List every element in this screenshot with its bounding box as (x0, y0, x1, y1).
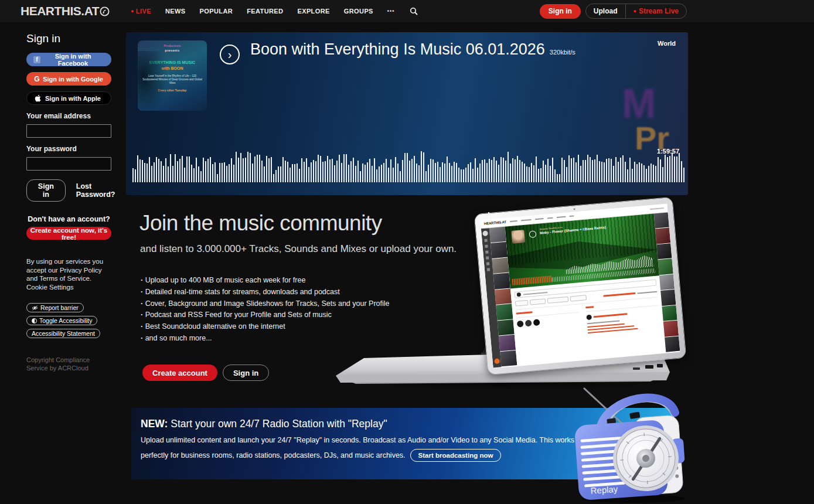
track-artwork[interactable]: Productions presents EVERYTHING IS MUSIC… (138, 40, 207, 111)
no-account-text: Don't have an account? (26, 215, 111, 223)
nav-item-live[interactable]: LIVE (124, 8, 158, 15)
laptop-screen: HEARTHIS.AT (474, 197, 687, 376)
waveform[interactable] (132, 151, 687, 182)
nav-item-popular[interactable]: POPULAR (193, 8, 240, 15)
navbar-right-actions: Sign in Upload Stream Live (540, 4, 687, 19)
track-title[interactable]: Boon with Everything Is Music 06.01.2026 (250, 40, 545, 59)
signin-apple-button[interactable]: Sign in with Apple (26, 91, 111, 105)
webcam-dot (573, 208, 575, 210)
report-barrier-button[interactable]: Report barrier (26, 303, 84, 312)
signin-facebook-button[interactable]: f Sign in with Facebook (26, 53, 111, 66)
bitrate-label: 320kbit/s (550, 49, 575, 56)
nav-item-more[interactable]: ••• (380, 8, 401, 14)
upload-button[interactable]: Upload (586, 4, 625, 18)
page-root: HEARTHIS.AT LIVE NEWS POPULAR FEATURED E… (0, 0, 814, 504)
eye-off-icon (32, 305, 38, 311)
search-icon[interactable] (410, 7, 418, 15)
accessibility-statement-button[interactable]: Accessibility Statement (26, 329, 100, 338)
live-player: M Pr Productions presents EVERYTHING IS … (126, 32, 688, 195)
email-field[interactable] (26, 124, 111, 138)
password-field[interactable] (26, 157, 111, 171)
sidebar-title: Sign in (26, 32, 126, 45)
logo-text: HEARTHIS.AT (21, 4, 99, 18)
create-account-cta[interactable]: Create account now, it's free! (26, 227, 111, 240)
banner-text-line2: perfectly for business rooms, radio stat… (141, 451, 406, 459)
signin-submit-button[interactable]: Sign in (26, 179, 66, 202)
signin-button-top[interactable]: Sign in (540, 4, 581, 19)
nav-links: LIVE NEWS POPULAR FEATURED EXPLORE GROUP… (124, 7, 418, 15)
copyright-text: Copyright Compliance Service by ACRCloud (26, 356, 105, 372)
contrast-icon (32, 318, 37, 323)
hero-signin-button[interactable]: Sign in (223, 365, 269, 381)
hero-create-account-button[interactable]: Create account (142, 365, 217, 381)
laptop-mini-track-hero: Shawne Fearkils at ••• Moby - Flower (Sh… (505, 214, 659, 289)
google-icon: G (31, 75, 43, 83)
retro-radio-illustration: Replay (574, 386, 699, 504)
signin-google-button[interactable]: G Sign in with Google (26, 72, 111, 86)
soundwave-logo-icon (100, 6, 110, 16)
terms-text: By using our services you accept our Pri… (26, 257, 110, 291)
banner-text-line1: Upload unlimited content and launch your… (141, 436, 574, 444)
laptop-illustration: HEARTHIS.AT (331, 203, 694, 391)
laptop-mini-logo: HEARTHIS.AT (484, 220, 506, 226)
nav-item-news[interactable]: NEWS (158, 8, 193, 15)
facebook-icon: f (31, 56, 43, 63)
start-broadcasting-button[interactable]: Start broadcasting now (410, 449, 502, 462)
upload-stream-group: Upload Stream Live (585, 4, 687, 19)
radio-replay-label: Replay (590, 484, 618, 496)
top-navbar: HEARTHIS.AT LIVE NEWS POPULAR FEATURED E… (0, 0, 814, 22)
nav-item-groups[interactable]: GROUPS (337, 8, 380, 15)
banner-title: NEW: Start your own 24/7 Radio Station w… (141, 418, 387, 430)
lost-password-link[interactable]: Lost Password? (76, 182, 126, 199)
nav-item-explore[interactable]: EXPLORE (290, 8, 336, 15)
hearthis-logo[interactable]: HEARTHIS.AT (21, 4, 110, 18)
play-button[interactable]: › (220, 45, 240, 64)
apple-icon (32, 94, 43, 103)
email-label: Your email address (26, 112, 126, 120)
password-label: Your password (26, 145, 126, 153)
toggle-accessibility-button[interactable]: Toggle Accessibility (26, 316, 97, 325)
nav-item-featured[interactable]: FEATURED (240, 8, 290, 15)
stream-live-button[interactable]: Stream Live (626, 4, 686, 18)
genre-tag[interactable]: World (658, 40, 676, 47)
text-caret (488, 212, 489, 222)
accessibility-pills: Report barrier Toggle Accessibility Acce… (26, 303, 126, 338)
signin-sidebar: Sign in f Sign in with Facebook G Sign i… (0, 22, 126, 504)
